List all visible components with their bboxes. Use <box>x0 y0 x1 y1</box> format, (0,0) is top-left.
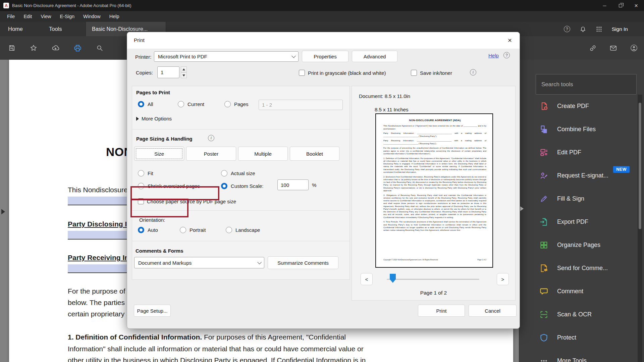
app-grid-icon[interactable] <box>596 26 602 33</box>
copies-label: Copies: <box>136 70 153 75</box>
page-sizing-heading: Page Sizing & Handling <box>136 136 193 142</box>
help-link[interactable]: Help <box>488 53 499 58</box>
restore-button[interactable] <box>612 0 628 11</box>
sidebar-tool-combine-files[interactable]: Combine Files <box>519 118 644 141</box>
paper-source-label: Choose paper source by PDF page size <box>147 199 236 204</box>
copies-stepper[interactable] <box>181 66 187 78</box>
sidebar-tool-fill-sign[interactable]: Fill & Sign <box>519 187 644 210</box>
sidebar-tool-request-esignatures[interactable]: Request E-signat... NEW <box>519 164 644 187</box>
menu-edit[interactable]: Edit <box>19 14 36 19</box>
tab-home[interactable]: Home <box>0 26 31 32</box>
copies-input[interactable] <box>157 66 179 78</box>
sidebar-tool-label: Request E-signat... <box>557 172 608 179</box>
radio-icon <box>226 227 232 233</box>
info-icon[interactable]: i <box>470 69 476 75</box>
sidebar-tool-protect[interactable]: Protect <box>519 326 644 349</box>
email-icon[interactable] <box>609 44 617 52</box>
radio-auto[interactable]: Auto <box>138 227 158 233</box>
preview-paragraph: 1. Definition of Confidential Informatio… <box>383 157 486 173</box>
sidebar-tool-more-tools[interactable]: More Tools <box>519 349 644 362</box>
radio-all[interactable]: All <box>138 101 153 107</box>
preview-footer-copyright: Copyright © 2020 NonDisclosureAgreement.… <box>383 259 438 261</box>
sidebar-scrollbar-thumb[interactable] <box>639 103 641 229</box>
radio-shrink-pages[interactable]: Shrink oversized pages <box>138 183 200 189</box>
star-favorite-icon[interactable] <box>30 44 37 52</box>
poster-button[interactable]: Poster <box>186 147 236 161</box>
multiple-button[interactable]: Multiple <box>238 147 288 161</box>
cloud-upload-icon[interactable] <box>52 44 59 52</box>
paper-source-checkbox[interactable]: Choose paper source by PDF page size <box>138 198 236 204</box>
sidebar-tool-organize-pages[interactable]: Organize Pages <box>519 234 644 257</box>
search-icon[interactable] <box>96 44 103 52</box>
sidebar-tool-comment[interactable]: Comment <box>519 280 644 303</box>
radio-landscape[interactable]: Landscape <box>226 227 260 233</box>
radio-portrait[interactable]: Portrait <box>180 227 206 233</box>
close-dialog-icon[interactable]: × <box>505 36 514 45</box>
preview-page-title: NON-DISCLOSURE AGREEMENT (NDA) <box>383 119 486 122</box>
print-icon[interactable] <box>74 44 82 52</box>
preview-zoom-slider[interactable] <box>387 279 479 280</box>
printer-select[interactable]: Microsoft Print to PDF <box>154 51 299 62</box>
properties-button[interactable]: Properties <box>302 51 348 62</box>
comments-forms-select[interactable]: Document and Markups <box>134 257 264 268</box>
summarize-comments-button[interactable]: Summarize Comments <box>268 256 338 269</box>
radio-fit[interactable]: Fit <box>138 170 153 176</box>
stepper-up-icon[interactable] <box>181 66 187 72</box>
preview-paragraph: 2. Exclusions from Confidential Informat… <box>383 175 486 192</box>
comment-icon <box>539 287 548 296</box>
preview-next-button[interactable]: > <box>497 273 509 285</box>
slider-handle[interactable] <box>390 274 396 283</box>
page-sizing-info-icon[interactable]: i <box>208 135 214 141</box>
sidebar-tool-edit-pdf[interactable]: Edit PDF <box>519 141 644 164</box>
menu-help[interactable]: Help <box>105 14 124 19</box>
stepper-down-icon[interactable] <box>181 72 187 78</box>
sidebar-tool-send-for-comments[interactable]: Send for Comme... <box>519 257 644 280</box>
document-text-line: 1. Definition of Confidential Informatio… <box>68 333 346 341</box>
save-ink-checkbox[interactable]: Save ink/toner <box>411 70 452 76</box>
page-setup-button[interactable]: Page Setup... <box>134 305 171 317</box>
radio-custom-scale[interactable]: Custom Scale: <box>221 183 264 189</box>
radio-pages[interactable]: Pages <box>224 101 249 107</box>
tools-list: Create PDF Combine Files Edit PDF Reques… <box>519 95 644 362</box>
percent-label: % <box>312 182 316 188</box>
minimize-button[interactable]: ─ <box>597 0 612 11</box>
page-range-input[interactable] <box>259 100 343 110</box>
menu-view[interactable]: View <box>36 14 55 19</box>
sidebar-tool-export-pdf[interactable]: Export PDF <box>519 210 644 234</box>
menu-esign[interactable]: E-Sign <box>56 14 79 19</box>
print-button[interactable]: Print <box>418 305 465 317</box>
radio-current-label: Current <box>187 101 204 107</box>
search-tools-input[interactable] <box>536 74 637 95</box>
sidebar-tool-create-pdf[interactable]: Create PDF <box>519 95 644 118</box>
share-link-icon[interactable] <box>589 44 597 52</box>
left-panel-expander-icon[interactable] <box>1 209 5 214</box>
avatar-icon[interactable] <box>630 44 638 52</box>
radio-shrink-label: Shrink oversized pages <box>148 183 200 189</box>
notifications-bell-icon[interactable] <box>580 26 586 33</box>
create-pdf-icon <box>539 102 548 111</box>
protect-shield-icon <box>539 333 548 342</box>
grayscale-checkbox[interactable]: Print in grayscale (black and white) <box>299 70 386 76</box>
help-icon[interactable]: ? <box>564 26 570 32</box>
more-options-expander[interactable]: More Options <box>136 116 172 121</box>
advanced-button[interactable]: Advanced <box>352 51 397 62</box>
save-icon[interactable] <box>8 44 15 52</box>
preview-prev-button[interactable]: < <box>361 273 373 285</box>
cancel-button[interactable]: Cancel <box>469 305 517 317</box>
sign-in-button[interactable]: Sign In <box>612 26 628 32</box>
booklet-button[interactable]: Booklet <box>290 147 339 161</box>
radio-current[interactable]: Current <box>178 101 204 107</box>
radio-actual-label: Actual size <box>231 170 255 176</box>
help-question-icon[interactable]: ? <box>503 52 510 58</box>
radio-actual-size[interactable]: Actual size <box>221 170 255 176</box>
close-window-button[interactable]: ✕ <box>628 0 644 11</box>
menu-file[interactable]: File <box>3 14 19 19</box>
custom-scale-input[interactable] <box>277 179 309 190</box>
preview-page-content: NON-DISCLOSURE AGREEMENT (NDA) This Nond… <box>383 119 486 263</box>
sidebar-tool-scan-ocr[interactable]: Scan & OCR <box>519 303 644 326</box>
sidebar-tool-label: Combine Files <box>557 126 596 133</box>
size-button[interactable]: Size <box>134 147 184 161</box>
tab-tools[interactable]: Tools <box>41 26 70 32</box>
sidebar-tool-label: Export PDF <box>557 218 588 225</box>
menu-window[interactable]: Window <box>79 14 105 19</box>
